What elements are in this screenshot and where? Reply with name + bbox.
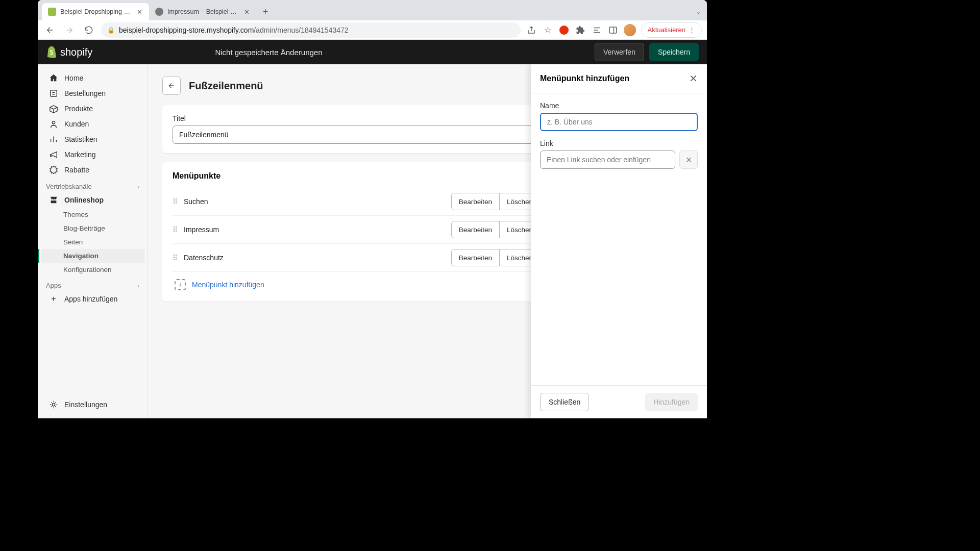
plus-icon: + bbox=[49, 294, 58, 304]
logo-text: shopify bbox=[60, 46, 92, 58]
list-icon[interactable] bbox=[591, 24, 602, 36]
browser-tab-1[interactable]: Beispiel Dropshipping Store · F ✕ bbox=[42, 3, 149, 20]
favicon-icon bbox=[48, 8, 56, 16]
back-icon[interactable] bbox=[43, 23, 57, 37]
tab-title: Beispiel Dropshipping Store · F bbox=[60, 8, 132, 15]
profile-avatar[interactable] bbox=[624, 24, 636, 36]
svg-rect-1 bbox=[51, 90, 57, 97]
sidebar-item-home[interactable]: Home bbox=[41, 70, 144, 86]
menuitems-heading: Menüpunkte bbox=[173, 171, 541, 181]
edit-button[interactable]: Bearbeiten bbox=[451, 221, 500, 238]
sidebar-item-discounts[interactable]: Rabatte bbox=[41, 162, 144, 178]
svg-point-2 bbox=[52, 121, 55, 124]
shopify-logo[interactable]: shopify bbox=[46, 46, 92, 58]
panel-title: Menüpunkt hinzufügen bbox=[540, 74, 629, 83]
browser-toolbar: 🔒 beispiel-dropshipping-store.myshopify.… bbox=[38, 20, 707, 40]
sidebar-item-marketing[interactable]: Marketing bbox=[41, 147, 144, 162]
add-menu-item-button[interactable]: + Menüpunkt hinzufügen bbox=[173, 272, 541, 292]
svg-point-3 bbox=[52, 403, 55, 406]
address-bar[interactable]: 🔒 beispiel-dropshipping-store.myshopify.… bbox=[101, 22, 521, 38]
tab-title: Impressum – Beispiel Dropship bbox=[167, 8, 239, 15]
app-header: shopify Nicht gespeicherte Änderungen Ve… bbox=[38, 40, 707, 64]
sidebar-sub-config[interactable]: Konfigurationen bbox=[41, 263, 144, 277]
save-button[interactable]: Speichern bbox=[649, 43, 699, 61]
sidebar-section-apps[interactable]: Apps› bbox=[38, 277, 148, 291]
edit-button[interactable]: Bearbeiten bbox=[451, 193, 500, 210]
chevron-right-icon: › bbox=[137, 283, 139, 289]
sidebar-item-customers[interactable]: Kunden bbox=[41, 116, 144, 132]
favicon-icon bbox=[155, 8, 163, 16]
menu-item-row: ⠿ Suchen BearbeitenLöschen bbox=[173, 188, 541, 216]
sidebar-item-analytics[interactable]: Statistiken bbox=[41, 132, 144, 147]
extension-icon[interactable] bbox=[558, 24, 570, 36]
add-menuitem-panel: Menüpunkt hinzufügen ✕ Name Link ✕ Schli… bbox=[531, 64, 707, 418]
chevron-right-icon: › bbox=[137, 184, 139, 190]
forward-icon[interactable] bbox=[62, 23, 77, 37]
sidebar: Home Bestellungen Produkte Kunden Statis… bbox=[38, 64, 148, 418]
panel-icon[interactable] bbox=[607, 24, 619, 36]
name-input[interactable] bbox=[540, 113, 698, 131]
discard-button[interactable]: Verwerfen bbox=[595, 43, 644, 61]
menu-item-row: ⠿ Datenschutz BearbeitenLöschen bbox=[173, 244, 541, 272]
back-button[interactable] bbox=[162, 77, 181, 95]
drag-handle-icon[interactable]: ⠿ bbox=[173, 226, 178, 234]
menu-item-name: Impressum bbox=[184, 226, 445, 234]
title-input[interactable] bbox=[173, 126, 541, 144]
add-button[interactable]: Hinzufügen bbox=[645, 393, 698, 411]
clear-link-button[interactable]: ✕ bbox=[679, 151, 698, 169]
browser-tab-strip: Beispiel Dropshipping Store · F ✕ Impres… bbox=[38, 0, 707, 20]
svg-rect-0 bbox=[609, 27, 617, 33]
title-card: Titel bbox=[162, 105, 551, 153]
sidebar-sub-pages[interactable]: Seiten bbox=[41, 235, 144, 249]
sidebar-item-orders[interactable]: Bestellungen bbox=[41, 86, 144, 101]
menu-item-name: Datenschutz bbox=[184, 254, 445, 262]
drag-handle-icon[interactable]: ⠿ bbox=[173, 197, 178, 206]
link-input[interactable] bbox=[540, 151, 675, 169]
bookmark-icon[interactable]: ☆ bbox=[542, 24, 553, 36]
url-host: beispiel-dropshipping-store.myshopify.co… bbox=[119, 26, 349, 34]
sidebar-sub-themes[interactable]: Themes bbox=[41, 208, 144, 221]
plus-dashed-icon: + bbox=[175, 279, 186, 290]
sidebar-sub-navigation[interactable]: Navigation bbox=[41, 249, 144, 263]
name-label: Name bbox=[540, 102, 698, 110]
close-icon[interactable]: ✕ bbox=[136, 8, 143, 15]
menu-item-name: Suchen bbox=[184, 197, 445, 206]
edit-button[interactable]: Bearbeiten bbox=[451, 249, 500, 266]
title-label: Titel bbox=[173, 114, 541, 122]
update-button[interactable]: Aktualisieren bbox=[641, 22, 702, 38]
lock-icon: 🔒 bbox=[107, 27, 115, 34]
sidebar-add-apps[interactable]: +Apps hinzufügen bbox=[41, 291, 144, 307]
page-title: Fußzeilenmenü bbox=[189, 80, 263, 92]
sidebar-section-channels[interactable]: Vertriebskanäle› bbox=[38, 178, 148, 192]
unsaved-changes-label: Nicht gespeicherte Änderungen bbox=[215, 48, 322, 57]
close-icon[interactable]: ✕ bbox=[243, 8, 250, 15]
link-label: Link bbox=[540, 139, 698, 147]
sidebar-item-products[interactable]: Produkte bbox=[41, 101, 144, 116]
tabs-overflow-icon[interactable]: ⌄ bbox=[696, 9, 701, 15]
sidebar-settings[interactable]: Einstellungen bbox=[41, 397, 144, 412]
new-tab-button[interactable]: + bbox=[258, 5, 273, 19]
share-icon[interactable] bbox=[526, 24, 537, 36]
puzzle-icon[interactable] bbox=[575, 24, 586, 36]
reload-icon[interactable] bbox=[82, 23, 96, 37]
menu-item-row: ⠿ Impressum BearbeitenLöschen bbox=[173, 216, 541, 244]
browser-tab-2[interactable]: Impressum – Beispiel Dropship ✕ bbox=[149, 3, 256, 20]
sidebar-item-onlineshop[interactable]: Onlineshop bbox=[41, 192, 144, 208]
sidebar-sub-blog[interactable]: Blog-Beiträge bbox=[41, 221, 144, 235]
menuitems-card: Menüpunkte ⠿ Suchen BearbeitenLöschen ⠿ … bbox=[162, 162, 551, 302]
close-icon[interactable]: ✕ bbox=[689, 72, 698, 85]
close-button[interactable]: Schließen bbox=[540, 393, 589, 411]
drag-handle-icon[interactable]: ⠿ bbox=[173, 254, 178, 262]
